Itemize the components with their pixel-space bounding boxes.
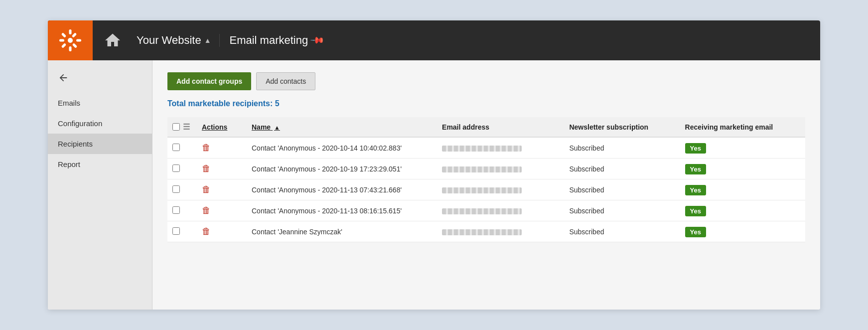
row-marketing: Yes bbox=[678, 200, 805, 221]
svg-rect-1 bbox=[69, 29, 72, 34]
row-checkbox-cell[interactable] bbox=[167, 200, 195, 221]
row-newsletter: Subscribed bbox=[562, 179, 678, 200]
svg-rect-2 bbox=[69, 46, 72, 51]
name-sort-arrow: ▲ bbox=[274, 124, 280, 131]
yes-badge: Yes bbox=[685, 143, 706, 154]
th-actions-label: Actions bbox=[202, 123, 227, 131]
yes-badge: Yes bbox=[685, 227, 706, 237]
logo-icon bbox=[58, 28, 82, 52]
row-actions-cell: 🗑 bbox=[195, 200, 245, 221]
add-contacts-button[interactable]: Add contacts bbox=[256, 72, 315, 90]
yes-badge: Yes bbox=[685, 206, 706, 216]
table-row: 🗑Contact 'Anonymous - 2020-10-14 10:40:0… bbox=[167, 137, 805, 159]
table-body: 🗑Contact 'Anonymous - 2020-10-14 10:40:0… bbox=[167, 137, 805, 242]
svg-rect-3 bbox=[59, 39, 64, 42]
table-row: 🗑Contact 'Jeannine Szymczak'SubscribedYe… bbox=[167, 221, 805, 242]
row-checkbox-cell[interactable] bbox=[167, 159, 195, 179]
app-window: Your Website ▲ Email marketing 📌 Emails … bbox=[48, 20, 820, 310]
main-layout: Emails Configuration Recipients Report A… bbox=[48, 60, 820, 310]
th-name-label: Name bbox=[252, 123, 271, 131]
row-checkbox[interactable] bbox=[172, 165, 180, 172]
add-contact-groups-button[interactable]: Add contact groups bbox=[167, 72, 251, 90]
back-button[interactable] bbox=[48, 68, 152, 93]
row-checkbox[interactable] bbox=[172, 185, 180, 193]
row-checkbox-cell[interactable] bbox=[167, 221, 195, 242]
row-name[interactable]: Contact 'Anonymous - 2020-10-14 10:40:02… bbox=[245, 137, 435, 159]
svg-rect-7 bbox=[72, 32, 77, 38]
delete-icon[interactable]: 🗑 bbox=[202, 164, 211, 173]
row-actions-cell: 🗑 bbox=[195, 137, 245, 159]
row-checkbox[interactable] bbox=[172, 227, 180, 235]
row-checkbox[interactable] bbox=[172, 144, 180, 151]
sidebar-label-report: Report bbox=[58, 160, 80, 168]
delete-icon[interactable]: 🗑 bbox=[202, 184, 211, 194]
svg-rect-6 bbox=[72, 43, 78, 48]
row-name[interactable]: Contact 'Anonymous - 2020-11-13 08:16:15… bbox=[245, 200, 435, 221]
recipients-table: ☰ Actions Name ▲ Email address bbox=[167, 117, 805, 242]
row-email bbox=[435, 200, 562, 221]
row-marketing: Yes bbox=[678, 159, 805, 179]
email-blur-placeholder bbox=[442, 166, 522, 172]
back-arrow-icon bbox=[58, 72, 69, 83]
home-button[interactable] bbox=[93, 20, 133, 60]
email-blur-placeholder bbox=[442, 146, 522, 152]
row-checkbox-cell[interactable] bbox=[167, 137, 195, 159]
th-email-label: Email address bbox=[442, 123, 489, 131]
row-checkbox-cell[interactable] bbox=[167, 179, 195, 200]
home-icon bbox=[104, 31, 122, 49]
row-email bbox=[435, 221, 562, 242]
th-newsletter: Newsletter subscription bbox=[562, 117, 678, 137]
table-row: 🗑Contact 'Anonymous - 2020-10-19 17:23:2… bbox=[167, 159, 805, 179]
toolbar: Add contact groups Add contacts bbox=[167, 72, 805, 90]
yes-badge: Yes bbox=[685, 185, 706, 195]
sidebar-item-configuration[interactable]: Configuration bbox=[48, 113, 152, 134]
table-header-row: ☰ Actions Name ▲ Email address bbox=[167, 117, 805, 137]
row-newsletter: Subscribed bbox=[562, 137, 678, 159]
content-area: Add contact groups Add contacts Total ma… bbox=[152, 60, 820, 310]
th-marketing-label: Receiving marketing email bbox=[685, 123, 773, 131]
sidebar-item-report[interactable]: Report bbox=[48, 154, 152, 174]
th-marketing: Receiving marketing email bbox=[678, 117, 805, 137]
th-email: Email address bbox=[435, 117, 562, 137]
th-select-all[interactable]: ☰ bbox=[167, 117, 195, 137]
row-marketing: Yes bbox=[678, 179, 805, 200]
topbar: Your Website ▲ Email marketing 📌 bbox=[48, 20, 820, 60]
th-name[interactable]: Name ▲ bbox=[245, 117, 435, 137]
row-checkbox[interactable] bbox=[172, 206, 180, 214]
select-all-checkbox[interactable] bbox=[172, 123, 180, 131]
site-name: Your Website bbox=[137, 34, 201, 47]
sidebar-label-configuration: Configuration bbox=[58, 119, 102, 128]
row-email bbox=[435, 179, 562, 200]
sidebar-item-emails[interactable]: Emails bbox=[48, 93, 152, 113]
email-blur-placeholder bbox=[442, 229, 522, 235]
row-actions-cell: 🗑 bbox=[195, 159, 245, 179]
yes-badge: Yes bbox=[685, 164, 706, 174]
delete-icon[interactable]: 🗑 bbox=[202, 205, 211, 215]
site-dropdown-arrow: ▲ bbox=[204, 36, 211, 44]
row-email bbox=[435, 137, 562, 159]
row-name[interactable]: Contact 'Jeannine Szymczak' bbox=[245, 221, 435, 242]
row-newsletter: Subscribed bbox=[562, 221, 678, 242]
row-name[interactable]: Contact 'Anonymous - 2020-11-13 07:43:21… bbox=[245, 179, 435, 200]
row-marketing: Yes bbox=[678, 221, 805, 242]
th-actions[interactable]: Actions bbox=[195, 117, 245, 137]
row-actions-cell: 🗑 bbox=[195, 221, 245, 242]
row-name[interactable]: Contact 'Anonymous - 2020-10-19 17:23:29… bbox=[245, 159, 435, 179]
site-selector[interactable]: Your Website ▲ bbox=[133, 34, 220, 47]
module-name: Email marketing bbox=[230, 34, 308, 47]
pin-icon[interactable]: 📌 bbox=[310, 32, 325, 48]
list-options-icon[interactable]: ☰ bbox=[183, 122, 190, 132]
logo-button[interactable] bbox=[48, 20, 93, 60]
delete-icon[interactable]: 🗑 bbox=[202, 143, 211, 153]
table-row: 🗑Contact 'Anonymous - 2020-11-13 07:43:2… bbox=[167, 179, 805, 200]
table-row: 🗑Contact 'Anonymous - 2020-11-13 08:16:1… bbox=[167, 200, 805, 221]
th-newsletter-label: Newsletter subscription bbox=[569, 123, 648, 131]
module-title: Email marketing 📌 bbox=[220, 34, 333, 47]
row-newsletter: Subscribed bbox=[562, 200, 678, 221]
email-blur-placeholder bbox=[442, 208, 522, 214]
row-newsletter: Subscribed bbox=[562, 159, 678, 179]
delete-icon[interactable]: 🗑 bbox=[202, 226, 211, 236]
sidebar-item-recipients[interactable]: Recipients bbox=[48, 134, 152, 154]
email-blur-placeholder bbox=[442, 187, 522, 193]
total-recipients-label: Total marketable recipients: 5 bbox=[167, 99, 805, 108]
